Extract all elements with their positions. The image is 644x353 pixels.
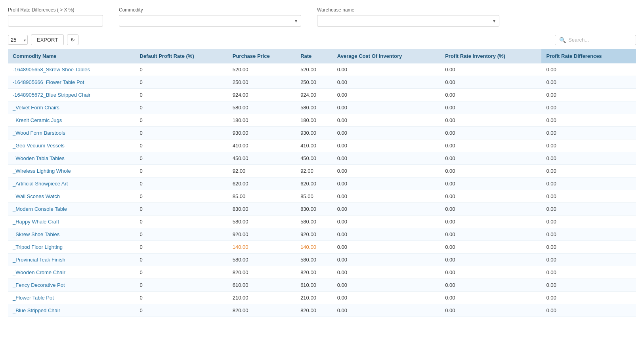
data-cell: 0.00 [541,216,636,228]
col-rate: Rate [296,49,333,63]
commodity-name-cell[interactable]: _Provincial Teak Finish [8,254,135,266]
data-cell: 250.00 [296,76,333,89]
data-cell: 0.00 [333,165,440,177]
search-input[interactable] [568,37,632,43]
data-cell: 520.00 [228,63,296,76]
table-row: -1648905672_Blue Stripped Chair0924.0092… [8,89,636,101]
data-cell: 0.00 [541,266,636,279]
data-cell: 210.00 [296,292,333,304]
commodity-name-cell[interactable]: _Happy Whale Craft [8,216,135,228]
data-cell: 0 [135,165,228,177]
commodity-name-cell[interactable]: _Tripod Floor Lighting [8,241,135,254]
commodity-name-cell[interactable]: _Blue Stripped Chair [8,304,135,317]
data-cell: 0.00 [333,228,440,241]
commodity-name-cell[interactable]: _Wall Scones Watch [8,190,135,203]
commodity-name-cell[interactable]: _Krenit Ceramic Jugs [8,114,135,127]
data-cell: 0.00 [440,139,541,152]
data-cell: 410.00 [296,139,333,152]
data-cell: 0.00 [440,114,541,127]
data-cell: 0.00 [440,165,541,177]
top-filters: Profit Rate Differences ( > X %) Commodi… [0,0,644,31]
warehouse-select[interactable] [317,15,499,27]
data-cell: 0.00 [541,190,636,203]
data-cell: 0.00 [541,114,636,127]
data-cell: 0.00 [333,266,440,279]
data-cell: 0.00 [440,203,541,216]
data-cell: 580.00 [228,101,296,114]
data-cell: 0.00 [333,241,440,254]
data-cell: 580.00 [228,254,296,266]
commodity-name-cell[interactable]: _Artificial Showpiece Art [8,177,135,190]
commodity-name-cell[interactable]: _Flower Table Pot [8,292,135,304]
commodity-select[interactable] [119,15,301,27]
export-button[interactable]: EXPORT [31,34,64,45]
data-cell: 0.00 [440,241,541,254]
page-size-wrapper: 10 25 50 100 [8,35,28,45]
data-cell: 0.00 [333,152,440,165]
col-profit-rate-inv: Profit Rate Inventory (%) [440,49,541,63]
data-cell: 0.00 [333,203,440,216]
data-cell: 0 [135,216,228,228]
data-cell: 0 [135,101,228,114]
table-body: -1648905658_Skrew Shoe Tables0520.00520.… [8,63,636,317]
commodity-name-cell[interactable]: _Geo Vecuum Vessels [8,139,135,152]
table-row: -1648905666_Flower Table Pot0250.00250.0… [8,76,636,89]
data-cell: 930.00 [296,127,333,139]
warehouse-select-wrapper [317,15,499,27]
data-cell: 830.00 [228,203,296,216]
table-row: _Wood Form Barstools0930.00930.000.000.0… [8,127,636,139]
search-box: 🔍 [555,35,636,45]
data-cell: 0.00 [333,139,440,152]
data-cell: 0.00 [440,89,541,101]
data-cell: 0.00 [541,292,636,304]
table-row: _Wireless Lighting Whole092.0092.000.000… [8,165,636,177]
data-cell: 580.00 [228,216,296,228]
data-cell: 450.00 [296,152,333,165]
data-table: Commodity Name Default Profit Rate (%) P… [8,49,636,317]
data-cell: 92.00 [228,165,296,177]
col-commodity-name: Commodity Name [8,49,135,63]
profit-rate-input[interactable] [8,15,103,27]
data-cell: 0 [135,190,228,203]
commodity-name-cell[interactable]: -1648905666_Flower Table Pot [8,76,135,89]
data-cell: 0.00 [440,279,541,292]
commodity-name-cell[interactable]: _Wireless Lighting Whole [8,165,135,177]
col-purchase-price: Purchase Price [228,49,296,63]
data-cell: 0 [135,241,228,254]
data-cell: 0.00 [333,127,440,139]
data-cell: 180.00 [296,114,333,127]
data-cell: 0 [135,89,228,101]
data-cell: 0.00 [333,254,440,266]
col-profit-rate-diff: Profit Rate Differences [541,49,636,63]
commodity-name-cell[interactable]: _Fency Decorative Pot [8,279,135,292]
refresh-button[interactable]: ↻ [67,34,78,45]
commodity-name-cell[interactable]: -1648905672_Blue Stripped Chair [8,89,135,101]
commodity-name-cell[interactable]: -1648905658_Skrew Shoe Tables [8,63,135,76]
warehouse-filter-group: Warehouse name [317,7,499,27]
table-row: _Provincial Teak Finish0580.00580.000.00… [8,254,636,266]
data-cell: 0.00 [440,76,541,89]
data-cell: 0.00 [541,177,636,190]
data-cell: 620.00 [228,177,296,190]
data-cell: 0.00 [333,292,440,304]
warehouse-label: Warehouse name [317,7,499,13]
commodity-name-cell[interactable]: _Velvet Form Chairs [8,101,135,114]
commodity-name-cell[interactable]: _Wood Form Barstools [8,127,135,139]
commodity-name-cell[interactable]: _Wooden Tabla Tables [8,152,135,165]
data-cell: 0 [135,292,228,304]
data-cell: 820.00 [228,266,296,279]
data-cell: 0 [135,203,228,216]
data-cell: 830.00 [296,203,333,216]
data-cell: 85.00 [228,190,296,203]
data-cell: 0 [135,114,228,127]
commodity-name-cell[interactable]: _Skrew Shoe Tables [8,228,135,241]
data-cell: 180.00 [228,114,296,127]
profit-rate-label: Profit Rate Differences ( > X %) [8,7,103,13]
col-avg-cost: Average Cost Of Inventory [333,49,440,63]
data-cell: 410.00 [228,139,296,152]
commodity-name-cell[interactable]: _Wooden Crome Chair [8,266,135,279]
header-row: Commodity Name Default Profit Rate (%) P… [8,49,636,63]
commodity-name-cell[interactable]: _Modern Console Table [8,203,135,216]
page-size-select[interactable]: 10 25 50 100 [8,35,28,45]
data-cell: 0.00 [333,190,440,203]
